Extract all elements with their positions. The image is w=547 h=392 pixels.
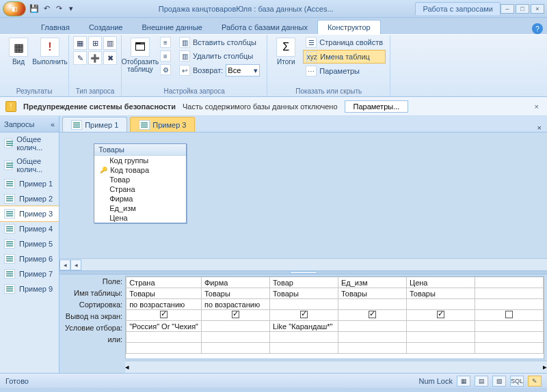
grid-cell[interactable]: "Россия" Or "Чехия" [126, 321, 202, 332]
nav-item[interactable]: Пример 1 [0, 176, 59, 191]
query-design-grid[interactable]: СтранаФирмаТоварЕд_измЦенаТоварыТоварыТо… [125, 276, 544, 359]
grid-cell[interactable] [407, 310, 475, 321]
grid-cell[interactable]: Товары [407, 288, 475, 299]
grid-cell[interactable] [202, 321, 270, 332]
table-field[interactable]: Фирма [94, 194, 186, 204]
grid-cell[interactable] [338, 343, 407, 354]
grid-cell[interactable] [126, 332, 202, 343]
nav-item[interactable]: Пример 3 [0, 206, 59, 221]
checkbox[interactable] [437, 311, 444, 318]
nav-collapse-icon[interactable]: « [51, 120, 55, 128]
grid-cell[interactable]: Товары [126, 288, 202, 299]
grid-cell[interactable]: Ед_изм [338, 277, 407, 288]
grid-cell[interactable]: Фирма [202, 277, 270, 288]
grid-cell[interactable] [270, 299, 338, 310]
nav-item[interactable]: Пример 5 [0, 236, 59, 251]
grid-cell[interactable] [475, 299, 544, 310]
insert-rows-button[interactable]: ≡ [157, 36, 174, 48]
tab-home[interactable]: Главная [31, 20, 79, 34]
table-names-button[interactable]: xyzИмена таблиц [303, 50, 386, 64]
grid-cell[interactable] [202, 332, 270, 343]
doc-tab-1[interactable]: Пример 3 [130, 117, 195, 132]
grid-cell[interactable] [202, 310, 270, 321]
checkbox[interactable] [505, 311, 513, 318]
minimize-button[interactable]: – [501, 4, 514, 14]
grid-cell[interactable] [407, 299, 475, 310]
checkbox[interactable] [369, 311, 376, 318]
run-button[interactable]: ! Выполнить [36, 36, 64, 67]
crosstab-query-icon[interactable]: ⊞ [88, 36, 102, 50]
return-input[interactable] [228, 66, 252, 74]
property-sheet-button[interactable]: ☰Страница свойств [303, 36, 386, 48]
builder-button[interactable]: ⚙ [157, 64, 174, 76]
grid-cell[interactable] [407, 343, 475, 354]
grid-cell[interactable] [338, 332, 407, 343]
grid-cell[interactable]: Товары [338, 288, 407, 299]
grid-cell[interactable] [475, 332, 544, 343]
nav-item[interactable]: Общее колич... [0, 132, 59, 154]
view-chart-button[interactable]: ▧ [492, 376, 506, 387]
grid-cell[interactable]: Страна [126, 277, 202, 288]
qat-more-icon[interactable]: ▾ [66, 3, 77, 14]
scroll-left2-icon[interactable]: ◂ [70, 260, 81, 270]
view-design-button[interactable]: ✎ [528, 376, 542, 387]
table-field[interactable]: Код группы [94, 156, 186, 165]
parameters-button[interactable]: ⋯Параметры [303, 65, 386, 77]
tab-design[interactable]: Конструктор [317, 20, 381, 34]
nav-item[interactable]: Пример 6 [0, 251, 59, 266]
nav-item[interactable]: Пример 4 [0, 221, 59, 236]
grid-cell[interactable] [126, 310, 202, 321]
tables-diagram-area[interactable]: Товары Код группы🔑Код товараТоварСтранаФ… [59, 132, 547, 258]
chevron-down-icon[interactable]: ▾ [254, 66, 258, 75]
table-field[interactable]: Цена [94, 213, 186, 223]
grid-cell[interactable]: Товары [270, 288, 338, 299]
grid-cell[interactable] [338, 321, 407, 332]
table-field[interactable]: Товар [94, 175, 186, 184]
office-button[interactable]: ◧ [3, 1, 26, 16]
grid-cell[interactable] [475, 310, 544, 321]
grid-cell[interactable] [475, 277, 544, 288]
show-table-button[interactable]: 🗔 Отобразить таблицу [126, 36, 155, 74]
grid-cell[interactable]: Цена [407, 277, 475, 288]
doc-tab-close-button[interactable]: × [532, 124, 547, 132]
insert-columns-button[interactable]: ▥Вставить столбцы [176, 36, 263, 48]
checkbox[interactable] [160, 311, 168, 318]
help-icon[interactable]: ? [532, 23, 543, 34]
grid-cell[interactable] [202, 343, 270, 354]
table-field[interactable]: 🔑Код товара [94, 165, 186, 175]
nav-item[interactable]: Общее колич... [0, 154, 59, 176]
grid-cell[interactable] [407, 332, 475, 343]
grid-cell[interactable]: Like "Карандаш*" [270, 321, 338, 332]
tab-create[interactable]: Создание [79, 20, 133, 34]
table-box-tovary[interactable]: Товары Код группы🔑Код товараТоварСтранаФ… [94, 143, 187, 223]
grid-cell[interactable] [270, 332, 338, 343]
nav-item[interactable]: Пример 7 [0, 266, 59, 281]
grid-cell[interactable] [270, 343, 338, 354]
checkbox[interactable] [300, 311, 308, 318]
delete-columns-button[interactable]: ▥Удалить столбцы [176, 50, 263, 62]
grid-cell[interactable] [407, 321, 475, 332]
select-query-icon[interactable]: ▦ [73, 36, 87, 50]
nav-header[interactable]: Запросы [4, 120, 34, 128]
grid-cell[interactable] [270, 310, 338, 321]
security-options-button[interactable]: Параметры... [345, 100, 409, 113]
view-pivot-button[interactable]: ▤ [475, 376, 488, 387]
maketable-query-icon[interactable]: ▥ [103, 36, 117, 50]
return-combo[interactable]: ↩Возврат: ▾ [176, 64, 263, 77]
grid-scroll-right-icon[interactable]: ▸ [543, 363, 547, 372]
grid-cell[interactable] [126, 343, 202, 354]
maximize-button[interactable]: □ [516, 4, 529, 14]
close-button[interactable]: × [531, 4, 544, 14]
doc-tab-0[interactable]: Пример 1 [62, 117, 127, 132]
grid-cell[interactable] [338, 299, 407, 310]
delete-rows-button[interactable]: ≡ [157, 50, 174, 62]
grid-cell[interactable] [475, 288, 544, 299]
scroll-left-icon[interactable]: ◂ [59, 260, 70, 270]
nav-item[interactable]: Пример 9 [0, 281, 59, 296]
grid-cell[interactable]: по возрастанию [202, 299, 270, 310]
security-close-button[interactable]: × [532, 102, 542, 111]
update-query-icon[interactable]: ✎ [73, 51, 87, 65]
table-field[interactable]: Страна [94, 184, 186, 194]
append-query-icon[interactable]: ➕ [88, 51, 102, 65]
save-icon[interactable]: 💾 [29, 3, 40, 14]
